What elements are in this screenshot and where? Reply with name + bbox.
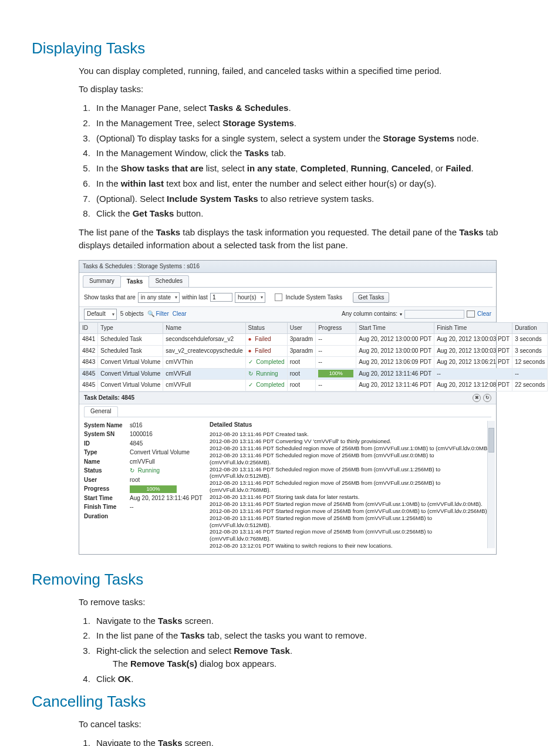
heading-displaying-tasks: Displaying Tasks [32, 38, 528, 60]
subtab-general[interactable]: General [84, 406, 118, 417]
column-filter-input[interactable] [404, 310, 464, 319]
include-system-label: Include System Tasks [286, 293, 343, 302]
scrollbar[interactable] [487, 421, 495, 549]
table-row[interactable]: 4841Scheduled Tasksecondscehduleforsav_v… [80, 334, 548, 346]
rem-step-3-sub: The Remove Task(s) dialog box appears. [113, 657, 528, 670]
step-5: In the Show tasks that are list, select … [93, 162, 528, 175]
refresh-icon[interactable]: ↻ [483, 394, 491, 402]
col-finish-time[interactable]: Finish Time [434, 322, 512, 334]
rem-step-2: In the list pane of the Tasks tab, selec… [93, 629, 528, 642]
within-last-label: within last [182, 293, 208, 302]
step-7: (Optional). Select Include System Tasks … [93, 193, 528, 205]
tab-tasks[interactable]: Tasks [120, 276, 150, 288]
col-start-time[interactable]: Start Time [356, 322, 434, 334]
detailed-status-log: 2012-08-20 13:11:46 PDT Created task. 20… [210, 431, 491, 548]
print-icon[interactable] [467, 310, 475, 318]
tab-summary[interactable]: Summary [83, 275, 121, 287]
rem-step-1: Navigate to the Tasks screen. [93, 615, 528, 627]
clear-link[interactable]: Clear [173, 310, 187, 319]
col-type[interactable]: Type [98, 322, 163, 334]
screenshot-tasks-window: Tasks & Schedules : Storage Systems : s0… [79, 260, 497, 555]
tab-schedules[interactable]: Schedules [149, 275, 189, 287]
heading-cancelling-tasks: Cancelling Tasks [32, 691, 528, 713]
show-tasks-label: Show tasks that are [84, 293, 136, 302]
grid-toolbar: Default 5 objects 🔍 Filter Clear Any col… [79, 306, 496, 322]
state-select[interactable]: in any state [138, 292, 180, 303]
steps-list: In the Manager Pane, select Tasks & Sche… [93, 102, 528, 220]
table-row[interactable]: 4845Convert Virtual VolumecmVVFull Compl… [80, 380, 548, 391]
main-tabs: Summary Tasks Schedules [79, 273, 496, 287]
can-step-1: Navigate to the Tasks screen. [93, 737, 528, 746]
col-name[interactable]: Name [163, 322, 245, 334]
filter-controls: Show tasks that are in any state within … [79, 291, 496, 307]
any-column-label: Any column contains: [342, 310, 397, 319]
removing-lead: To remove tasks: [79, 596, 528, 609]
cancelling-steps: Navigate to the Tasks screen. In the lis… [93, 737, 528, 746]
view-select[interactable]: Default [84, 309, 117, 320]
table-row[interactable]: 4845Convert Virtual VolumecmVVFull Runni… [80, 368, 548, 380]
filter-link[interactable]: 🔍 Filter [147, 310, 169, 319]
include-system-checkbox[interactable] [275, 293, 282, 301]
lead-text: To display tasks: [79, 83, 528, 96]
intro-text: You can display completed, running, fail… [79, 65, 528, 77]
rem-step-4: Click OK. [93, 673, 528, 686]
col-id[interactable]: ID [80, 322, 98, 334]
table-row[interactable]: 4842Scheduled Tasksav_v2_createvcopysche… [80, 345, 548, 357]
col-progress[interactable]: Progress [316, 322, 356, 334]
col-status[interactable]: Status [245, 322, 287, 334]
step-1: In the Manager Pane, select Tasks & Sche… [93, 102, 528, 114]
step-6: In the within last text box and list, en… [93, 177, 528, 190]
task-details-header: Task Details: 4845 ✖ ↻ [79, 391, 496, 405]
window-title: Tasks & Schedules : Storage Systems : s0… [79, 261, 496, 274]
step-4: In the Management Window, click the Task… [93, 147, 528, 160]
col-user[interactable]: User [287, 322, 315, 334]
get-tasks-button[interactable]: Get Tasks [353, 292, 389, 303]
table-row[interactable]: 4843Convert Virtual VolumecmVVThin Compl… [80, 357, 548, 369]
clear-link-2[interactable]: Clear [477, 310, 491, 319]
cancelling-lead: To cancel tasks: [79, 718, 528, 731]
post-paragraph: The list pane of the Tasks tab displays … [79, 226, 528, 252]
object-count: 5 objects [120, 310, 144, 319]
rem-step-3: Right-click the selection and select Rem… [93, 644, 528, 670]
unit-select[interactable]: hour(s) [235, 292, 265, 303]
step-2: In the Management Tree, select Storage S… [93, 117, 528, 130]
step-8: Click the Get Tasks button. [93, 207, 528, 220]
heading-removing-tasks: Removing Tasks [32, 569, 528, 591]
detailed-status-header: Detailed Status [210, 421, 491, 430]
removing-steps: Navigate to the Tasks screen. In the lis… [93, 615, 528, 686]
stop-icon[interactable]: ✖ [473, 394, 481, 402]
col-duration[interactable]: Duration [512, 322, 548, 334]
within-last-input[interactable] [210, 293, 232, 302]
step-3: (Optional) To display tasks for a single… [93, 132, 528, 145]
general-properties: System Names016System SN1000016ID4845Typ… [84, 421, 203, 549]
tasks-table: IDTypeNameStatusUserProgressStart TimeFi… [79, 322, 548, 391]
